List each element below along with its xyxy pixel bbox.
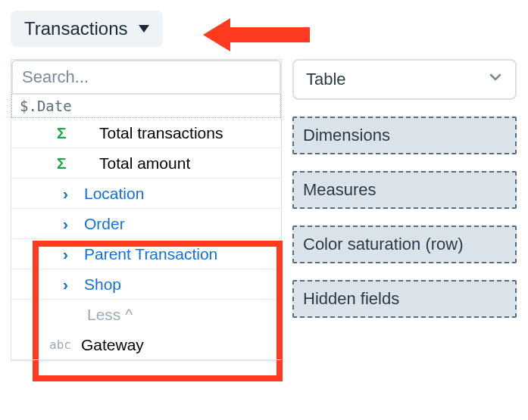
fk-item-location[interactable]: › Location xyxy=(11,179,281,209)
field-label: Parent Transaction xyxy=(84,245,217,263)
measure-item[interactable]: Σ Total transactions xyxy=(11,118,281,148)
field-label: Order xyxy=(84,215,125,233)
dropzone-label: Measures xyxy=(303,180,376,199)
less-toggle[interactable]: Less ^ xyxy=(11,300,281,330)
config-panel: Table Dimensions Measures Color saturati… xyxy=(292,59,517,318)
dropzone-dimensions[interactable]: Dimensions xyxy=(292,117,517,154)
fk-item-parent-transaction[interactable]: › Parent Transaction xyxy=(11,239,281,269)
chevron-right-icon: › xyxy=(63,215,68,233)
chevron-right-icon: › xyxy=(63,185,68,203)
dropzone-label: Color saturation (row) xyxy=(303,235,464,254)
less-label: Less ^ xyxy=(87,306,133,324)
sigma-icon: Σ xyxy=(57,154,67,173)
datasource-label: Transactions xyxy=(24,18,128,39)
chevron-right-icon: › xyxy=(63,245,68,263)
fk-list: › Location › Order › Parent Transaction … xyxy=(11,179,281,300)
dropzone-label: Hidden fields xyxy=(303,289,399,308)
field-label: Total amount xyxy=(99,154,190,173)
datasource-dropdown[interactable]: Transactions xyxy=(11,11,163,47)
dropzone-label: Dimensions xyxy=(303,126,390,145)
field-list: Σ Total transactions Σ Total amount xyxy=(11,118,281,179)
visualization-select[interactable]: Table xyxy=(292,59,517,100)
chevron-right-icon: › xyxy=(63,275,68,294)
viz-select-label: Table xyxy=(306,70,346,89)
measure-item[interactable]: Σ Total amount xyxy=(11,148,281,179)
fk-item-order[interactable]: › Order xyxy=(11,209,281,239)
fields-panel: $.Date Σ Total transactions Σ Total amou… xyxy=(11,59,282,361)
field-label: Location xyxy=(84,185,144,203)
search-input[interactable] xyxy=(11,60,281,95)
field-label: Total transactions xyxy=(99,124,223,142)
annotation-arrow xyxy=(203,18,310,51)
arrow-left-icon xyxy=(203,18,230,51)
field-label: Shop xyxy=(84,275,121,294)
date-token-row[interactable]: $.Date xyxy=(11,95,281,118)
chevron-down-icon xyxy=(488,70,503,89)
dropzone-color-saturation[interactable]: Color saturation (row) xyxy=(292,226,517,263)
fk-item-shop[interactable]: › Shop xyxy=(11,269,281,300)
dropzone-measures[interactable]: Measures xyxy=(292,171,517,209)
field-label: Gateway xyxy=(81,336,144,354)
arrow-shaft xyxy=(230,27,310,42)
text-type-icon: abc xyxy=(49,338,71,352)
caret-down-icon xyxy=(139,25,149,33)
dropzone-hidden-fields[interactable]: Hidden fields xyxy=(292,280,517,318)
text-field-item[interactable]: abc Gateway xyxy=(11,330,281,360)
field-list-tail: Less ^ abc Gateway xyxy=(11,300,281,360)
sigma-icon: Σ xyxy=(57,124,67,142)
